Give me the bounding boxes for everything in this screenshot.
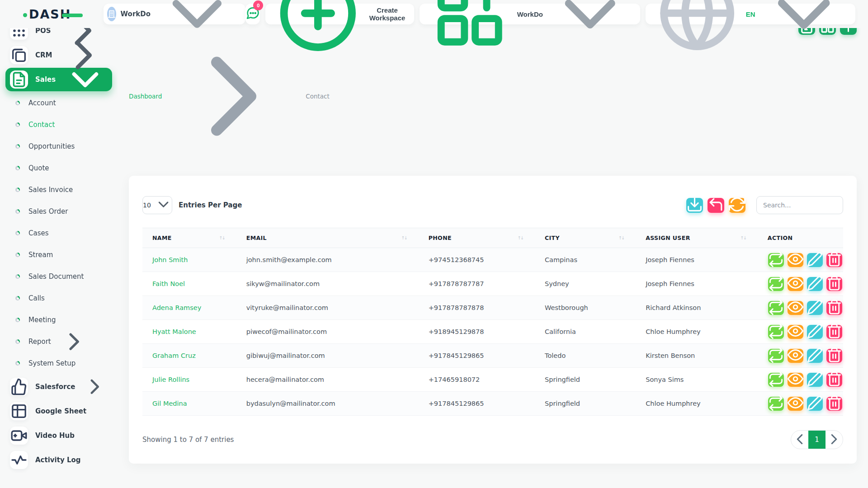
column-header-name[interactable]: NAME↑↓ bbox=[142, 228, 236, 248]
repeat-icon bbox=[768, 371, 784, 388]
trash-icon bbox=[826, 395, 842, 412]
delete-button[interactable] bbox=[826, 301, 842, 315]
contact-name-link[interactable]: Julie Rollins bbox=[152, 376, 189, 383]
language-selector[interactable]: EN bbox=[646, 4, 855, 24]
edit-button[interactable] bbox=[807, 253, 823, 267]
undo-button[interactable] bbox=[708, 198, 724, 213]
convert-button[interactable] bbox=[768, 397, 784, 411]
contact-city: Campinas bbox=[535, 248, 636, 272]
sidebar-item-video-hub[interactable]: Video Hub bbox=[5, 424, 112, 447]
delete-button[interactable] bbox=[826, 373, 842, 387]
prev-page-button[interactable] bbox=[791, 431, 808, 449]
view-button[interactable] bbox=[788, 325, 803, 339]
contact-name-link[interactable]: Graham Cruz bbox=[152, 352, 196, 359]
messages-button[interactable]: 0 bbox=[245, 4, 260, 24]
sidebar-subitem-sales-invoice[interactable]: Sales Invoice bbox=[5, 179, 112, 201]
contact-name-link[interactable]: John Smith bbox=[152, 256, 188, 263]
repeat-icon bbox=[768, 323, 784, 340]
contact-name-link[interactable]: Gil Medina bbox=[152, 400, 187, 407]
view-button[interactable] bbox=[788, 397, 803, 411]
edit-button[interactable] bbox=[807, 397, 823, 411]
convert-button[interactable] bbox=[768, 301, 784, 315]
sidebar-subitem-sales-order[interactable]: Sales Order bbox=[5, 201, 112, 222]
edit-button[interactable] bbox=[807, 349, 823, 363]
eye-icon bbox=[788, 323, 803, 340]
contact-assign-user: Chloe Humphrey bbox=[636, 320, 758, 344]
column-header-city[interactable]: CITY↑↓ bbox=[535, 228, 636, 248]
bullet-icon bbox=[15, 209, 20, 214]
delete-button[interactable] bbox=[826, 253, 842, 267]
refresh-button[interactable] bbox=[729, 198, 745, 213]
edit-button[interactable] bbox=[807, 373, 823, 387]
contacts-table: NAME↑↓EMAIL↑↓PHONE↑↓CITY↑↓ASSIGN USER↑↓A… bbox=[142, 228, 843, 416]
sidebar-subitem-report[interactable]: Report bbox=[5, 331, 112, 352]
view-button[interactable] bbox=[788, 373, 803, 387]
sidebar-subitem-meeting[interactable]: Meeting bbox=[5, 309, 112, 331]
sidebar-subitem-quote[interactable]: Quote bbox=[5, 157, 112, 179]
logo-dash-icon bbox=[62, 14, 83, 17]
convert-button[interactable] bbox=[768, 349, 784, 363]
eye-icon bbox=[788, 371, 803, 388]
sidebar-subitem-opportunities[interactable]: Opportunities bbox=[5, 136, 112, 157]
sidebar-subitem-sales-document[interactable]: Sales Document bbox=[5, 266, 112, 287]
sidebar-item-salesforce[interactable]: Salesforce bbox=[5, 375, 112, 399]
convert-button[interactable] bbox=[768, 373, 784, 387]
sidebar: POSCRMSalesAccountContactOpportunitiesQu… bbox=[0, 28, 118, 488]
edit-button[interactable] bbox=[807, 301, 823, 315]
view-button[interactable] bbox=[788, 301, 803, 315]
contact-city: Toledo bbox=[535, 344, 636, 368]
column-header-assign-user[interactable]: ASSIGN USER↑↓ bbox=[636, 228, 758, 248]
download-button[interactable] bbox=[686, 198, 703, 213]
column-header-phone[interactable]: PHONE↑↓ bbox=[419, 228, 535, 248]
contact-name-link[interactable]: Faith Noel bbox=[152, 280, 185, 287]
sidebar-item-sales[interactable]: Sales bbox=[5, 68, 112, 91]
bullet-icon bbox=[15, 274, 20, 279]
convert-button[interactable] bbox=[768, 277, 784, 291]
grid-dots-icon bbox=[10, 28, 28, 40]
chevron-down-icon bbox=[155, 0, 239, 56]
sidebar-item-google-sheet[interactable]: Google Sheet bbox=[5, 399, 112, 423]
convert-button[interactable] bbox=[768, 253, 784, 267]
messages-badge: 0 bbox=[253, 0, 263, 10]
repeat-icon bbox=[768, 395, 784, 412]
delete-button[interactable] bbox=[826, 277, 842, 291]
edit-button[interactable] bbox=[807, 325, 823, 339]
view-button[interactable] bbox=[788, 277, 803, 291]
contact-city: Westborough bbox=[535, 296, 636, 320]
delete-button[interactable] bbox=[826, 325, 842, 339]
sidebar-subitem-stream[interactable]: Stream bbox=[5, 244, 112, 266]
chevron-down-icon bbox=[547, 0, 633, 57]
sidebar-subitem-cases[interactable]: Cases bbox=[5, 222, 112, 244]
entries-per-page-select[interactable]: 10 bbox=[142, 196, 172, 214]
contact-name-link[interactable]: Adena Ramsey bbox=[152, 304, 201, 311]
workspace-selector[interactable]: WorkDo bbox=[104, 4, 245, 24]
create-workspace-button[interactable]: Create Workspace bbox=[265, 4, 414, 24]
column-header-email[interactable]: EMAIL↑↓ bbox=[236, 228, 419, 248]
breadcrumb-dashboard-link[interactable]: Dashboard bbox=[129, 93, 162, 100]
convert-button[interactable] bbox=[768, 325, 784, 339]
view-button[interactable] bbox=[788, 253, 803, 267]
bullet-icon bbox=[15, 231, 20, 235]
edit-button[interactable] bbox=[807, 277, 823, 291]
next-page-button[interactable] bbox=[826, 431, 843, 449]
bullet-icon bbox=[15, 361, 20, 366]
contact-phone: +974512368745 bbox=[419, 248, 535, 272]
repeat-icon bbox=[768, 347, 784, 364]
download-icon bbox=[686, 196, 703, 214]
sidebar-subitem-system-setup[interactable]: System Setup bbox=[5, 352, 112, 374]
search-input[interactable] bbox=[756, 196, 843, 214]
delete-button[interactable] bbox=[826, 397, 842, 411]
grid-plus-icon bbox=[427, 0, 513, 58]
contact-name-link[interactable]: Hyatt Malone bbox=[152, 328, 196, 335]
delete-button[interactable] bbox=[826, 349, 842, 363]
contact-email: gibiwuj@mailinator.com bbox=[236, 344, 419, 368]
page-number-current[interactable]: 1 bbox=[808, 431, 826, 449]
eye-icon bbox=[788, 251, 803, 268]
pencil-icon bbox=[807, 299, 823, 316]
sidebar-subitem-calls[interactable]: Calls bbox=[5, 287, 112, 309]
workspace-menu-button[interactable]: WorkDo bbox=[420, 4, 640, 24]
contact-phone: +17465918072 bbox=[419, 368, 535, 392]
view-button[interactable] bbox=[788, 349, 803, 363]
sidebar-item-activity-log[interactable]: Activity Log bbox=[5, 448, 112, 472]
sidebar-subitem-contact[interactable]: Contact bbox=[5, 114, 112, 136]
